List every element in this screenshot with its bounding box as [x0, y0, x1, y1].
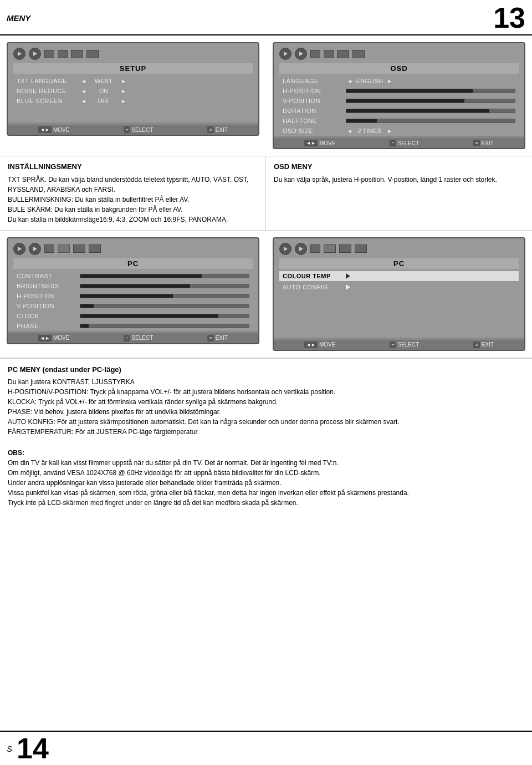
notes-item-5: Tryck inte på LCD-skärmen med fingret un… [8, 499, 298, 507]
pc2-select: ÷ SELECT [390, 341, 419, 348]
setup-icons-row [13, 48, 253, 60]
pc1-select: ÷ SELECT [124, 335, 153, 341]
pc1-exit: ≡ EXIT [207, 335, 228, 341]
pc1-icon-sq4 [89, 244, 101, 253]
osd-desc-title: OSD MENY [274, 162, 524, 172]
pc2-icon-sq1 [310, 244, 320, 253]
bottom-panels-row: PC CONTRAST BRIGHTNESS [0, 231, 532, 358]
noise-reduce-right-arrow: ► [121, 88, 126, 94]
pc1-row-brightness: BRIGHTNESS [13, 281, 253, 291]
osd-icon1 [279, 48, 291, 60]
setup-move: ◄► MOVE [38, 126, 69, 133]
pc1-exit-label: EXIT [216, 335, 228, 341]
txt-language-left-arrow: ◄ [81, 78, 86, 84]
osd-row-halftone: HALFTONE [279, 116, 519, 126]
pc2-play-icon [284, 247, 288, 251]
colour-temp-arrow [346, 273, 350, 279]
phase-label: PHASE [17, 323, 78, 329]
setup-title: SETUP [13, 63, 253, 74]
blue-screen-left-arrow: ◄ [81, 98, 86, 104]
osd-halftone-bar [346, 119, 515, 123]
osd-move-icon: ◄► [304, 140, 318, 146]
footer-page-number: 14 [17, 734, 49, 763]
osd-select: ÷ SELECT [390, 140, 419, 146]
setup-icon-circle [13, 48, 25, 60]
clock-label: CLOCK [17, 313, 78, 319]
pc2-panel-cell: PC COLOUR TEMP AUTO CONFIG ◄► [266, 231, 532, 358]
osd-duration-bar [346, 109, 515, 113]
osd-language-left: ◄ [347, 78, 352, 84]
osd-duration-label: DURATION [283, 108, 344, 114]
osd-size-right: ► [387, 128, 392, 134]
osd-duration-fill [346, 109, 489, 113]
pc2-select-icon: ÷ [390, 341, 396, 348]
pc1-move-icon: ◄► [38, 335, 52, 341]
pc1-icon-sq1 [44, 244, 54, 253]
notes-body: OBS: Om din TV är kall kan visst flimmer… [8, 448, 524, 508]
setup-icon-sq3 [71, 50, 83, 58]
setup-panel-cell: SETUP TXT LANGUAGE ◄ WEST ► NOISE REDUCE… [0, 35, 266, 156]
pc2-icon2 [295, 243, 307, 255]
pc1-vposition-bar [80, 304, 249, 308]
pc2-panel-inner: PC COLOUR TEMP AUTO CONFIG [274, 238, 524, 338]
osd-size-label: OSD SIZE [283, 128, 344, 134]
pc2-row-auto-config: AUTO CONFIG [279, 282, 519, 292]
phase-bar [80, 324, 249, 328]
osd-panel-inner: OSD LANGUAGE ◄ ENGLISH ► H-POSITION [274, 43, 524, 136]
contrast-bar [80, 274, 249, 278]
footer-s-label: S [7, 744, 12, 753]
pc1-icon-sq3 [73, 244, 85, 253]
pc1-panel: PC CONTRAST BRIGHTNESS [7, 237, 259, 344]
pc1-select-icon: ÷ [124, 335, 130, 341]
osd-vposition-label: V-POSITION [283, 98, 344, 104]
setup-desc-section: INSTÄLLNINGSMENY TXT SPRÅK. Du kan välja… [0, 156, 266, 230]
brightness-fill [80, 284, 190, 288]
pc1-title: PC [13, 258, 253, 269]
top-panels-row: SETUP TXT LANGUAGE ◄ WEST ► NOISE REDUCE… [0, 35, 532, 156]
clock-fill [80, 314, 218, 318]
txt-language-right-arrow: ► [121, 78, 126, 84]
top-desc-row: INSTÄLLNINGSMENY TXT SPRÅK. Du kan välja… [0, 156, 532, 231]
pc2-move-label: MOVE [319, 341, 335, 348]
pc1-hposition-bar [80, 294, 249, 298]
osd-size-value: 2 TIMES [356, 128, 383, 134]
auto-config-arrow [346, 284, 350, 290]
pc2-title: PC [279, 258, 519, 269]
pc1-move: ◄► MOVE [38, 335, 69, 341]
pc2-bottom-bar: ◄► MOVE ÷ SELECT ≡ EXIT [274, 340, 524, 350]
pc1-bottom-bar: ◄► MOVE ÷ SELECT ≡ EXIT [8, 333, 258, 343]
play2-icon [33, 52, 37, 56]
pc1-hposition-fill [80, 294, 173, 298]
pc2-exit-label: EXIT [482, 341, 494, 348]
setup-row-txt-language: TXT LANGUAGE ◄ WEST ► [13, 76, 253, 86]
setup-icon-sq2 [58, 50, 68, 58]
osd-icon-sq1 [310, 50, 320, 58]
pc1-exit-icon: ≡ [207, 335, 213, 341]
contrast-label: CONTRAST [17, 273, 78, 279]
pc1-icon-sq2 [58, 244, 70, 253]
osd-hposition-label: H-POSITION [283, 88, 344, 94]
pc-desc-title: PC MENY (endast under PC-läge) [8, 364, 524, 375]
osd-exit-icon: ≡ [473, 140, 479, 146]
osd-panel: OSD LANGUAGE ◄ ENGLISH ► H-POSITION [273, 42, 525, 149]
osd-size-left: ◄ [347, 128, 352, 134]
osd-desc-section: OSD MENY Du kan välja språk, justera H-p… [266, 156, 532, 230]
pc-desc-body: Du kan justera KONTRAST, LJUSSTYRKA H-PO… [8, 377, 524, 437]
osd-row-vposition: V-POSITION [279, 96, 519, 106]
pc1-panel-cell: PC CONTRAST BRIGHTNESS [0, 231, 266, 358]
txt-language-label: TXT LANGUAGE [17, 78, 78, 84]
clock-bar [80, 314, 249, 318]
noise-reduce-label: NOISE REDUCE [17, 88, 78, 94]
notes-item-4: Vissa punktfel kan visas på skärmen, som… [8, 489, 409, 497]
notes-label: OBS: [8, 449, 24, 457]
osd-select-icon: ÷ [390, 140, 396, 146]
noise-reduce-value: ON [90, 88, 117, 94]
osd-icon2 [295, 48, 307, 60]
brightness-bar [80, 284, 249, 288]
pc2-icon1 [279, 243, 291, 255]
pc2-icon-sq3 [339, 244, 351, 253]
pc2-exit: ≡ EXIT [473, 341, 494, 348]
pc1-row-clock: CLOCK [13, 311, 253, 321]
osd-row-hposition: H-POSITION [279, 86, 519, 96]
pc1-move-label: MOVE [53, 335, 69, 341]
